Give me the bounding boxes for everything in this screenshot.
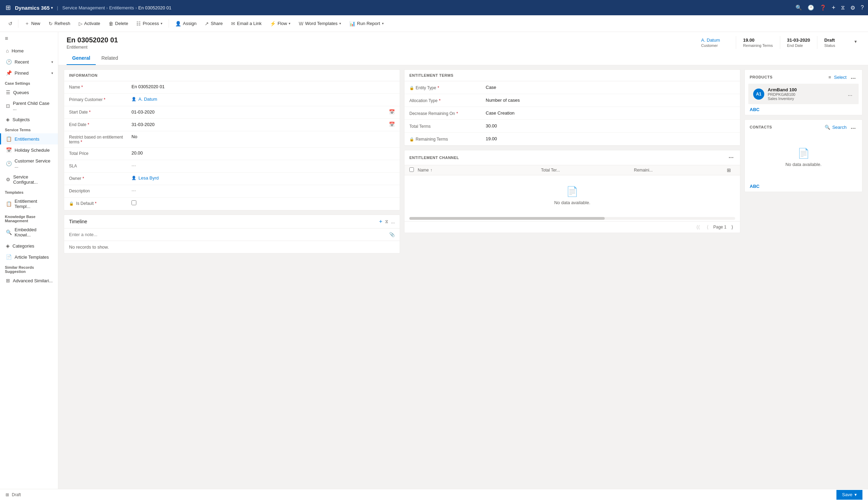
help-question-icon[interactable]: ❓ (820, 5, 826, 11)
sidebar-item-categories[interactable]: ◈ Categories (0, 240, 58, 251)
filter-icon[interactable]: ⧖ (841, 5, 845, 11)
meta-remaining-terms-label: Remaining Terms (743, 43, 773, 48)
sidebar-item-queues[interactable]: ☰ Queues (0, 87, 58, 98)
products-abc-label[interactable]: ABC (745, 104, 862, 115)
sidebar-item-entitlement-templ[interactable]: 📋 Entitlement Templ... (0, 196, 58, 212)
command-bar: ↺ ＋ New ↻ Refresh ▷ Activate 🗑 Delete ☷ … (0, 15, 868, 32)
contacts-no-data: 📄 No data available. (745, 134, 862, 181)
timeline-note-input[interactable] (69, 232, 386, 237)
page-prev-button[interactable]: ⟨ (705, 224, 710, 231)
tab-general[interactable]: General (67, 52, 96, 65)
sidebar-item-recent[interactable]: 🕐 Recent ▾ (0, 56, 58, 67)
delete-button[interactable]: 🗑 Delete (105, 19, 132, 28)
contacts-dots-menu[interactable]: ... (849, 123, 857, 131)
meta-customer-value[interactable]: A. Datum (701, 38, 729, 43)
breadcrumb-service-management[interactable]: Service Management (62, 5, 105, 10)
restrict-based-label: Restrict based on entitlement terms * (69, 134, 131, 144)
search-icon[interactable]: 🔍 (795, 5, 802, 11)
entitlement-templ-icon: 📋 (6, 201, 12, 207)
entitlements-icon: 📋 (6, 136, 12, 142)
is-default-checkbox[interactable] (131, 200, 136, 205)
article-templates-icon: 📄 (6, 254, 12, 260)
app-grid-icon[interactable]: ⊞ (4, 2, 12, 13)
sidebar-toggle[interactable]: ≡ (0, 32, 58, 45)
run-report-button[interactable]: 📊 Run Report ▾ (346, 19, 387, 28)
sidebar-item-advanced-similar[interactable]: ⊞ Advanced Similari... (0, 275, 58, 286)
timeline-title: Timeline (69, 219, 87, 224)
recent-icon[interactable]: 🕐 (808, 5, 814, 11)
contacts-abc-label[interactable]: ABC (745, 181, 862, 192)
process-button[interactable]: ☷ Process ▾ (133, 19, 166, 28)
sidebar-item-customer-service[interactable]: 🕐 Customer Service ... (0, 156, 58, 172)
products-list-icon[interactable]: ≡ (828, 75, 831, 80)
channel-scrollbar[interactable] (409, 217, 735, 220)
subjects-icon: ◈ (6, 117, 10, 122)
products-select-button[interactable]: Select (834, 75, 846, 80)
share-button[interactable]: ↗ Share (201, 19, 226, 28)
expand-record-button[interactable]: ▾ (852, 36, 860, 47)
is-default-value[interactable] (131, 200, 395, 205)
owner-value[interactable]: 👤 Lesa Byrd (131, 175, 395, 181)
page-next-button[interactable]: ⟩ (729, 224, 735, 231)
field-is-default: 🔒 Is Default * (64, 198, 400, 210)
new-button[interactable]: ＋ New (21, 18, 44, 29)
product-item-dots-menu[interactable]: ... (846, 90, 854, 98)
meta-remaining-terms: 19.00 Remaining Terms (736, 36, 780, 49)
holiday-schedule-icon: 📅 (6, 147, 12, 153)
main-grid: INFORMATION Name * En 03052020 01 Primar (58, 65, 868, 258)
brand-chevron-icon: ▾ (51, 6, 53, 10)
products-dots-menu[interactable]: ... (849, 73, 857, 81)
start-date-value[interactable]: 01-03-2020 📅 (131, 109, 395, 115)
sidebar-item-service-config[interactable]: ⚙ Service Configurat... (0, 172, 58, 188)
contacts-search-button[interactable]: 🔍 Search (825, 125, 846, 130)
save-button[interactable]: Save ▾ (836, 490, 862, 500)
sidebar-item-parent-child[interactable]: ⊡ Parent Child Case ... (0, 98, 58, 114)
end-date-value[interactable]: 31-03-2020 📅 (131, 122, 395, 127)
total-price-value: 20.00 (131, 150, 395, 156)
breadcrumb-entitlements[interactable]: Entitlements (109, 5, 134, 10)
assign-button[interactable]: 👤 Assign (172, 19, 200, 28)
sidebar-item-pinned[interactable]: 📌 Pinned ▾ (0, 67, 58, 78)
sidebar-item-subjects[interactable]: ◈ Subjects (0, 114, 58, 125)
sidebar-item-holiday-schedule[interactable]: 📅 Holiday Schedule (0, 144, 58, 156)
word-templates-button[interactable]: W Word Templates ▾ (295, 19, 344, 28)
name-value: En 03052020 01 (131, 84, 395, 89)
channel-add-row-icon[interactable]: ⊞ (727, 167, 731, 173)
sidebar-item-home[interactable]: ⌂ Home (0, 45, 58, 56)
sla-label: SLA (69, 163, 131, 168)
entitlement-terms-body: 🔒 Entity Type * Case Allocation Type * (405, 81, 740, 145)
flow-button[interactable]: ⚡ Flow ▾ (266, 19, 294, 28)
meta-status: Draft Status (817, 36, 852, 49)
brand-name[interactable]: Dynamics 365 ▾ (15, 5, 53, 11)
channel-dots-menu[interactable]: ··· (727, 154, 735, 161)
contacts-header: CONTACTS 🔍 Search ... (745, 120, 862, 134)
history-back-icon[interactable]: ↺ (6, 19, 15, 28)
add-icon[interactable]: + (832, 4, 836, 11)
flow-chevron-icon: ▾ (289, 22, 290, 25)
channel-select-all[interactable] (409, 167, 414, 172)
activate-button[interactable]: ▷ Activate (75, 19, 104, 28)
product-sub2: Sales Inventory (768, 97, 843, 101)
field-sla: SLA --- (64, 160, 400, 173)
contacts-card: CONTACTS 🔍 Search ... 📄 No data availabl… (744, 119, 862, 192)
timeline-attachment-icon[interactable]: 📎 (389, 232, 395, 237)
tab-related[interactable]: Related (96, 52, 124, 65)
timeline-filter-icon[interactable]: ⧖ (385, 219, 388, 224)
sidebar-item-embedded-knowl[interactable]: 🔍 Embedded Knowl... (0, 224, 58, 240)
channel-name-sort-icon[interactable]: ↑ (430, 168, 432, 173)
refresh-button[interactable]: ↻ Refresh (45, 19, 74, 28)
settings-icon[interactable]: ⚙ (850, 5, 855, 11)
timeline-action-buttons: + ⧖ ... (379, 218, 395, 225)
remaining-terms-label: 🔒 Remaining Terms (409, 136, 486, 142)
information-body: Name * En 03052020 01 Primary Customer * (64, 81, 400, 210)
primary-customer-value[interactable]: 👤 A. Datum (131, 97, 395, 102)
sidebar-item-entitlements[interactable]: 📋 Entitlements (0, 133, 58, 144)
email-link-button[interactable]: ✉ Email a Link (228, 19, 265, 28)
help-icon[interactable]: ? (861, 5, 864, 11)
timeline-dots-menu[interactable]: ... (391, 219, 395, 224)
sidebar-item-article-templates[interactable]: 📄 Article Templates (0, 251, 58, 262)
timeline-add-button[interactable]: + (379, 218, 382, 225)
page-first-button[interactable]: ⟨⟨ (694, 224, 702, 231)
field-total-terms: Total Terms 30.00 (405, 120, 740, 133)
total-terms-label: Total Terms (409, 123, 486, 129)
